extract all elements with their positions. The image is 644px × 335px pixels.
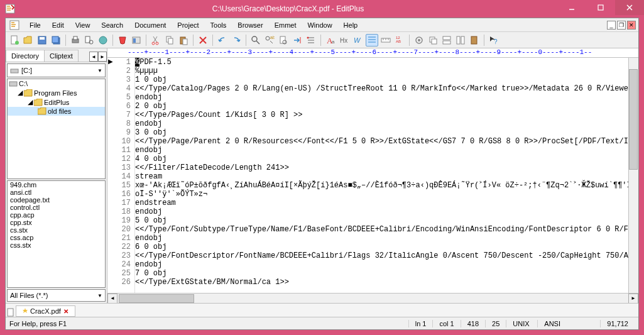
close-button[interactable] (615, 0, 644, 15)
mdi-close-button[interactable]: ✕ (627, 21, 636, 30)
menu-help[interactable]: Help (339, 20, 363, 30)
print-button[interactable] (69, 34, 82, 47)
settings-button[interactable] (413, 34, 425, 47)
new-file-button[interactable] (8, 34, 21, 47)
line-number-button[interactable] (366, 34, 378, 47)
find-in-files-button[interactable] (277, 34, 290, 47)
menubar: File Edit View Search Document Project T… (6, 18, 638, 32)
file-item[interactable]: codepage.txt (8, 196, 105, 204)
replace-button[interactable]: ab (263, 34, 276, 47)
save-button[interactable] (36, 34, 48, 47)
open-file-button[interactable] (22, 34, 35, 47)
copy-button[interactable] (163, 34, 176, 47)
menu-edit[interactable]: Edit (47, 20, 69, 30)
svg-rect-51 (443, 36, 450, 40)
menu-tools[interactable]: Tools (205, 20, 232, 30)
file-item[interactable]: ansi.ctl (8, 189, 105, 196)
file-icon (6, 308, 15, 317)
tab-close-button[interactable]: ✕ (63, 308, 68, 315)
doc-tab-menu[interactable] (6, 308, 16, 317)
file-list[interactable]: 949.chm ansi.ctl codepage.txt control.ct… (7, 180, 106, 288)
wordwrap-button[interactable]: W (352, 34, 364, 47)
file-item[interactable]: cpp.acp (8, 211, 105, 219)
drive-label: [C:] (21, 67, 32, 74)
editor-area: ----+----1----+----2----+----3----+----4… (107, 48, 638, 303)
cut-button[interactable] (150, 34, 162, 47)
mdi-minimize-button[interactable]: _ (607, 21, 616, 30)
tab-next-button[interactable]: ► (98, 52, 107, 62)
whatsthis-button[interactable]: ? (488, 34, 500, 47)
paste-button[interactable] (177, 34, 190, 47)
window-title: C:\Users\Grace\Desktop\CracX.pdf - EditP… (19, 4, 557, 13)
file-item[interactable]: css.stx (8, 241, 105, 249)
menu-view[interactable]: View (70, 20, 96, 30)
svg-rect-50 (432, 39, 437, 44)
font-normal-button[interactable]: Aa (324, 34, 337, 47)
undo-button[interactable] (216, 34, 229, 47)
drive-icon (10, 66, 19, 75)
line-number-gutter: 1234567891011121314151617181920212223242… (114, 58, 135, 293)
status-c2: 25 (485, 320, 506, 327)
marker-column: ▶ (107, 58, 114, 293)
menu-window[interactable]: Window (302, 20, 337, 30)
tree-item[interactable]: C:\ (8, 79, 105, 88)
svg-rect-16 (133, 38, 136, 43)
menu-file[interactable]: File (25, 20, 46, 30)
directory-button[interactable] (130, 34, 143, 47)
file-item[interactable]: cpp.stx (8, 219, 105, 226)
app-window: C:\Users\Grace\Desktop\CracX.pdf - EditP… (0, 0, 644, 335)
menu-emmet[interactable]: Emmet (270, 20, 302, 30)
batch-button[interactable] (468, 34, 481, 47)
menu-browser[interactable]: Browser (232, 20, 268, 30)
file-item[interactable]: cs.stx (8, 226, 105, 234)
drive-combo[interactable]: [C:] (7, 63, 106, 77)
redo-button[interactable] (230, 34, 243, 47)
minimize-button[interactable] (557, 0, 586, 15)
tree-item[interactable]: ◢Program Files (8, 88, 105, 97)
ruler-button[interactable] (379, 34, 392, 47)
html-toolbar-button[interactable] (116, 34, 129, 47)
document-tab[interactable]: CracX.pdf ✕ (16, 305, 75, 317)
tab-prev-button[interactable]: ◄ (89, 52, 98, 62)
funclist-button[interactable] (305, 34, 317, 47)
delete-button[interactable] (197, 34, 209, 47)
tab-cliptext[interactable]: Cliptext (44, 50, 79, 62)
scroll-right-button[interactable]: ► (628, 294, 638, 304)
app-icon (5, 4, 15, 14)
print-preview-button[interactable] (83, 34, 96, 47)
save-all-button[interactable] (50, 34, 62, 47)
windows-button[interactable] (427, 34, 439, 47)
showall-button[interactable]: 12AB (393, 34, 406, 47)
status-line: ln 1 (408, 320, 433, 327)
scrollbar-thumb[interactable] (119, 294, 194, 303)
hex-button[interactable]: Hx (338, 34, 351, 47)
file-item[interactable]: control.ctl (8, 204, 105, 211)
tab-directory[interactable]: Directory (6, 50, 45, 62)
document-tabs: CracX.pdf ✕ (6, 303, 638, 317)
horizontal-scrollbar[interactable]: ◄ ► (107, 293, 638, 303)
find-button[interactable] (249, 34, 262, 47)
scrollbar-thumb[interactable] (629, 69, 638, 170)
tile-v-button[interactable] (454, 34, 467, 47)
vertical-scrollbar[interactable] (628, 58, 638, 293)
file-item[interactable]: 949.chm (8, 181, 105, 189)
file-filter-combo[interactable]: All Files (*.*) (7, 289, 106, 302)
code-editor[interactable]: %PDF-1.5%µµµµ1 0 obj<</Type/Catalog/Page… (135, 58, 628, 293)
goto-line-button[interactable] (291, 34, 303, 47)
tree-item[interactable]: old files (8, 107, 105, 116)
mdi-restore-button[interactable]: ❐ (617, 21, 626, 30)
tile-h-button[interactable] (440, 34, 453, 47)
line-marker-icon: ▶ (107, 58, 114, 65)
scroll-left-button[interactable]: ◄ (107, 294, 117, 304)
file-item[interactable]: css.acp (8, 234, 105, 241)
folder-tree[interactable]: C:\ ◢Program Files ◢EditPlus old files (7, 79, 106, 179)
maximize-button[interactable] (586, 0, 615, 15)
menu-project[interactable]: Project (172, 20, 204, 30)
menu-document[interactable]: Document (129, 20, 171, 30)
titlebar[interactable]: C:\Users\Grace\Desktop\CracX.pdf - EditP… (0, 0, 644, 18)
menu-search[interactable]: Search (96, 20, 128, 30)
tree-item[interactable]: ◢EditPlus (8, 97, 105, 107)
browser-preview-button[interactable] (97, 34, 109, 47)
svg-point-5 (15, 41, 19, 45)
svg-text:?: ? (494, 38, 498, 45)
